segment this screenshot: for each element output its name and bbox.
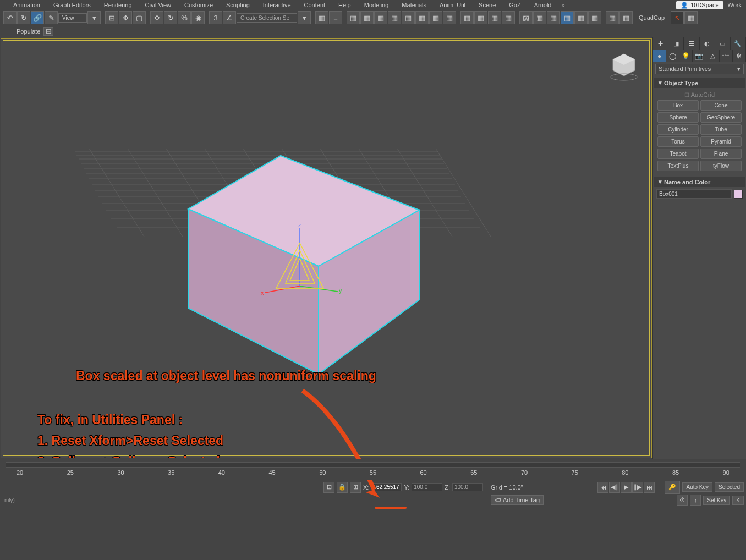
- lights-subtab[interactable]: 💡: [679, 50, 693, 62]
- goto-end-button[interactable]: ⏭: [644, 482, 655, 493]
- selfilter-button[interactable]: ⊞: [105, 11, 118, 24]
- snap-button[interactable]: 3: [209, 11, 222, 24]
- render-button[interactable]: ▦: [415, 11, 429, 24]
- t6-button[interactable]: ▦: [533, 11, 546, 24]
- select-button[interactable]: ▾: [87, 11, 101, 24]
- sphere-button[interactable]: Sphere: [657, 112, 699, 123]
- toggle-button[interactable]: ▦: [360, 11, 374, 24]
- menu-customize[interactable]: Customize: [178, 1, 220, 9]
- motion-tab[interactable]: ◐: [700, 37, 715, 50]
- geometry-subtab[interactable]: ●: [653, 50, 666, 62]
- isolate-button[interactable]: ⊡: [323, 482, 334, 493]
- menu-scene[interactable]: Scene: [472, 1, 502, 9]
- menu-materials[interactable]: Materials: [395, 1, 433, 9]
- selected-button[interactable]: Selected: [715, 482, 744, 492]
- scale-button[interactable]: %: [178, 11, 191, 24]
- timeconfig-button[interactable]: ⏱: [677, 495, 688, 506]
- t8-button[interactable]: ▦: [561, 11, 574, 24]
- setkey-button[interactable]: Set Key: [703, 496, 730, 505]
- cone-button[interactable]: Cone: [700, 100, 742, 111]
- t2-button[interactable]: ▦: [474, 11, 487, 24]
- place-button[interactable]: ◉: [191, 11, 205, 24]
- t10-button[interactable]: ▦: [588, 11, 601, 24]
- menu-goz[interactable]: GoZ: [502, 1, 527, 9]
- hierarchy-tab[interactable]: ☰: [684, 37, 699, 50]
- shapes-subtab[interactable]: ◯: [666, 50, 679, 62]
- t9-button[interactable]: ▦: [574, 11, 588, 24]
- box-object[interactable]: [188, 156, 419, 374]
- color-swatch[interactable]: [734, 190, 743, 199]
- time-slider[interactable]: 202530 354045 505560 657075 808590: [0, 459, 746, 480]
- menu-rendering[interactable]: Rendering: [97, 1, 139, 9]
- helpers-subtab[interactable]: △: [706, 50, 720, 62]
- teapot-button[interactable]: Teapot: [657, 149, 699, 159]
- primitive-dropdown[interactable]: Standard Primitives ▾: [655, 64, 744, 74]
- x-input[interactable]: [371, 483, 402, 491]
- align-button[interactable]: ≡: [329, 11, 342, 24]
- selection-set-dropdown[interactable]: [237, 13, 297, 23]
- utilities-tab[interactable]: 🔧: [731, 37, 746, 50]
- t12-button[interactable]: ▦: [619, 11, 633, 24]
- move-button[interactable]: ✥: [150, 11, 163, 24]
- display-tab[interactable]: ▭: [715, 37, 731, 50]
- tube-button[interactable]: Tube: [700, 124, 742, 135]
- space-subtab[interactable]: 〰: [720, 50, 733, 62]
- menu-grapheditors[interactable]: Graph Editors: [47, 1, 97, 9]
- t1-button[interactable]: ▦: [460, 11, 474, 24]
- pyramid-button[interactable]: Pyramid: [700, 136, 742, 147]
- goto-start-button[interactable]: ⏮: [597, 482, 608, 493]
- menu-content[interactable]: Content: [298, 1, 332, 9]
- menu-scripting[interactable]: Scripting: [220, 1, 256, 9]
- keyfilter-button[interactable]: ↕: [690, 495, 701, 506]
- workspace-label[interactable]: Work: [723, 1, 746, 9]
- cylinder-button[interactable]: Cylinder: [657, 124, 699, 135]
- curve-button[interactable]: ▦: [374, 11, 387, 24]
- selname-button[interactable]: ▢: [133, 11, 146, 24]
- keyfilters-button[interactable]: K: [732, 496, 744, 505]
- menu-overflow-icon[interactable]: »: [558, 2, 568, 8]
- menu-arnold[interactable]: Arnold: [528, 1, 558, 9]
- unlink-button[interactable]: ✎: [45, 11, 58, 24]
- lock-button[interactable]: 🔒: [337, 482, 348, 493]
- prev-frame-button[interactable]: ◀∥: [609, 482, 620, 493]
- matedit-button[interactable]: ▦: [402, 11, 415, 24]
- modify-tab[interactable]: ◨: [668, 37, 684, 50]
- t13-button[interactable]: ▦: [684, 11, 698, 24]
- menu-help[interactable]: Help: [332, 1, 358, 9]
- z-input[interactable]: [452, 483, 483, 491]
- autogrid-checkbox[interactable]: ☐ AutoGrid: [656, 90, 743, 99]
- plane-button[interactable]: Plane: [700, 149, 742, 159]
- autokey-button[interactable]: Auto Key: [682, 482, 712, 492]
- viewport[interactable]: z y x Box scaled at object level has non…: [1, 38, 652, 458]
- schematic-button[interactable]: ▦: [388, 11, 401, 24]
- object-type-header[interactable]: ▾ Object Type: [654, 78, 745, 88]
- menu-animation[interactable]: Animation: [7, 1, 47, 9]
- t4-button[interactable]: ▦: [502, 11, 515, 24]
- textplus-button[interactable]: TextPlus: [657, 161, 699, 171]
- box-button[interactable]: Box: [657, 100, 699, 111]
- user-badge[interactable]: 👤 10DSpace: [676, 1, 723, 9]
- systems-subtab[interactable]: ✻: [733, 50, 746, 62]
- menu-modeling[interactable]: Modeling: [358, 1, 396, 9]
- rendframe-button[interactable]: ▦: [429, 11, 442, 24]
- t11-button[interactable]: ▦: [606, 11, 619, 24]
- t3-button[interactable]: ▦: [488, 11, 501, 24]
- selobj-button[interactable]: ✥: [119, 11, 132, 24]
- geosphere-button[interactable]: GeoSphere: [700, 112, 742, 123]
- create-tab[interactable]: ✚: [653, 37, 668, 50]
- selset-dd-button[interactable]: ▾: [298, 11, 311, 24]
- keymode-button[interactable]: 🔑: [665, 481, 680, 494]
- viewcube[interactable]: [607, 50, 640, 83]
- torus-button[interactable]: Torus: [657, 136, 699, 147]
- y-input[interactable]: [412, 483, 442, 491]
- name-color-header[interactable]: ▾ Name and Color: [654, 177, 745, 187]
- refcoord-dropdown[interactable]: [58, 13, 87, 23]
- redo-button[interactable]: ↻: [17, 11, 30, 24]
- sellock-button[interactable]: ⊞: [350, 482, 361, 493]
- time-tag-button[interactable]: 🏷 Add Time Tag: [491, 495, 544, 505]
- t5-button[interactable]: ▨: [519, 11, 533, 24]
- tyflow-button[interactable]: tyFlow: [700, 161, 742, 171]
- object-name-input[interactable]: [656, 189, 732, 199]
- play-button[interactable]: ▶: [621, 482, 632, 493]
- populate-button[interactable]: ⊟: [43, 27, 53, 36]
